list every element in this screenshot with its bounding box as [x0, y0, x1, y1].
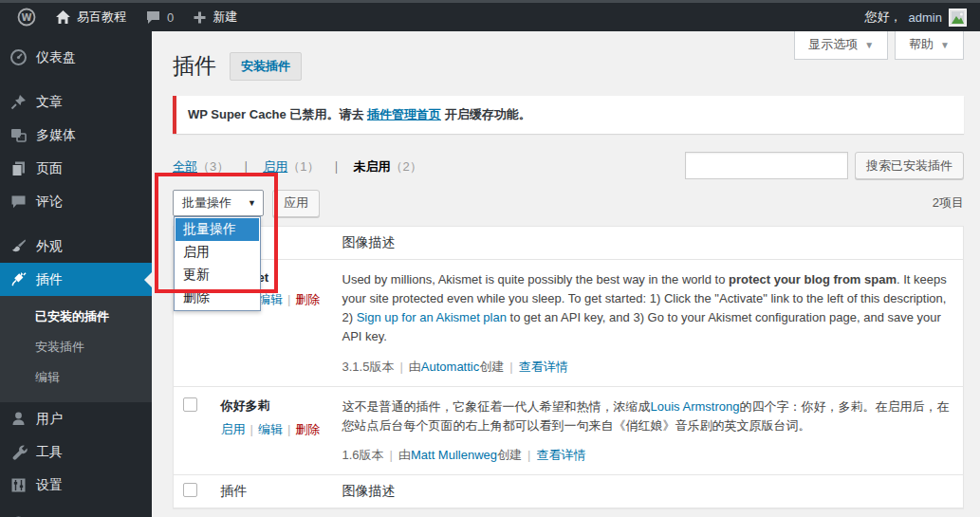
edit-link[interactable]: 编辑 — [258, 422, 283, 436]
svg-text:W: W — [21, 12, 31, 23]
filter-all-link[interactable]: 全部 — [173, 159, 197, 174]
sidebar-item-media[interactable]: 多媒体 — [0, 119, 152, 152]
new-label: 新建 — [213, 9, 237, 26]
filter-all-count: （3） — [197, 159, 229, 174]
table-header-row: 插件 图像描述 — [174, 227, 964, 260]
sidebar-item-users[interactable]: 用户 — [0, 402, 152, 435]
select-all-checkbox[interactable] — [183, 483, 197, 497]
add-new-plugin-button[interactable]: 安装插件 — [230, 52, 302, 81]
collapse-menu-button[interactable]: 收起菜单 — [0, 508, 152, 517]
media-icon — [9, 126, 28, 144]
plugin-admin-home-link[interactable]: 插件管理首页 — [367, 107, 441, 121]
search-plugins-button[interactable]: 搜索已安装插件 — [855, 152, 964, 179]
notice-text: WP Super Cache 已禁用。请去 — [188, 107, 367, 121]
submenu-install-plugin[interactable]: 安装插件 — [0, 332, 152, 362]
select-arrow-icon: ▼ — [248, 198, 256, 208]
author-link[interactable]: Matt Mullenweg — [411, 448, 497, 462]
main-content: 显示选项 ▼ 帮助 ▼ 插件 安装插件 WP Super Cache 已禁用。请… — [152, 31, 980, 517]
column-footer-description: 图像描述 — [333, 474, 964, 508]
admin-bar-left: W 易百教程 0 新建 — [9, 3, 245, 31]
site-name: 易百教程 — [77, 9, 126, 26]
bulk-action-select-wrap: 批量操作 ▼ 批量操作 启用 更新 删除 — [173, 190, 264, 216]
column-footer-plugin: 插件 — [212, 474, 333, 508]
tablenav-top: 批量操作 ▼ 批量操作 启用 更新 删除 应用 2项目 — [173, 189, 964, 217]
sidebar-item-tools[interactable]: 工具 — [0, 435, 152, 469]
sidebar-item-label: 插件 — [36, 271, 63, 288]
sidebar-item-settings[interactable]: 设置 — [0, 469, 152, 502]
filter-active-link[interactable]: 启用 — [263, 159, 287, 174]
page-title: 插件 — [173, 52, 216, 81]
sidebar-item-label: 外观 — [36, 238, 63, 255]
comments-icon — [145, 9, 161, 25]
home-icon — [55, 9, 71, 25]
site-home-link[interactable]: 易百教程 — [47, 3, 134, 31]
submenu-installed-plugins[interactable]: 已安装的插件 — [0, 302, 152, 332]
submenu-editor[interactable]: 编辑 — [0, 362, 152, 393]
plus-icon — [193, 10, 207, 25]
plugin-meta: 1.6版本|由Matt Mullenweg创建|查看详情 — [342, 447, 954, 464]
apply-button[interactable]: 应用 — [272, 190, 320, 217]
comment-count: 0 — [167, 10, 174, 25]
sidebar-item-plugins[interactable]: 插件 — [0, 263, 152, 296]
sidebar-item-label: 仪表盘 — [36, 49, 76, 66]
admin-notice: WP Super Cache 已禁用。请去 插件管理首页 开启缓存功能。 — [173, 96, 964, 134]
view-details-link[interactable]: 查看详情 — [536, 448, 585, 462]
author-link[interactable]: Automattic — [421, 360, 479, 374]
comments-link[interactable]: 0 — [138, 3, 181, 31]
sidebar: 仪表盘 文章 多媒体 页面 评论 — [0, 31, 152, 517]
paintbrush-icon — [9, 237, 28, 255]
user-icon — [9, 410, 28, 428]
filter-inactive-count: （2） — [390, 159, 421, 174]
delete-link[interactable]: 删除 — [295, 292, 320, 306]
new-content-link[interactable]: 新建 — [185, 3, 245, 31]
table-row: 你好多莉 启用|编辑|删除 这不是普通的插件，它象征着一代人希望和热情，浓缩成L… — [174, 386, 964, 474]
plugin-meta: 3.1.5版本|由Automattic创建|查看详情 — [342, 359, 954, 376]
current-user-link[interactable]: admin — [909, 10, 942, 25]
sidebar-item-label: 文章 — [36, 94, 63, 111]
dropdown-option-update[interactable]: 更新 — [176, 264, 259, 286]
wrench-icon — [9, 443, 28, 461]
plug-icon — [9, 270, 28, 288]
dropdown-option-bulk[interactable]: 批量操作 — [176, 218, 259, 241]
sidebar-item-dashboard[interactable]: 仪表盘 — [0, 41, 152, 74]
dropdown-option-activate[interactable]: 启用 — [176, 241, 259, 264]
comment-bubble-icon — [9, 193, 28, 211]
dropdown-option-delete[interactable]: 删除 — [176, 286, 259, 309]
pages-icon — [9, 159, 28, 177]
sidebar-item-pages[interactable]: 页面 — [0, 152, 152, 185]
louis-armstrong-link[interactable]: Louis Armstrong — [651, 399, 740, 414]
filter-active-count: （1） — [287, 159, 319, 174]
view-details-link[interactable]: 查看详情 — [519, 360, 568, 374]
admin-bar: W 易百教程 0 新建 您好， admin — [0, 3, 980, 31]
sidebar-item-label: 工具 — [36, 444, 63, 461]
filter-search-row: 全部（3） ｜ 启用（1） ｜ 未启用（2） 搜索已安装插件 — [173, 152, 964, 179]
sidebar-item-label: 设置 — [36, 477, 63, 494]
plugin-name: 你好多莉 — [221, 397, 324, 415]
row-checkbox[interactable] — [183, 397, 197, 412]
edit-link[interactable]: 编辑 — [258, 292, 283, 306]
screen-meta-links: 显示选项 ▼ 帮助 ▼ — [794, 31, 964, 60]
help-button[interactable]: 帮助 ▼ — [895, 31, 964, 60]
wordpress-logo-icon[interactable]: W — [9, 3, 44, 31]
item-count: 2项目 — [933, 194, 964, 212]
pushpin-icon — [9, 93, 28, 111]
sidebar-item-label: 用户 — [36, 411, 63, 428]
menu-separator — [0, 218, 152, 230]
status-filter-links: 全部（3） ｜ 启用（1） ｜ 未启用（2） — [173, 158, 422, 179]
activate-link[interactable]: 启用 — [221, 422, 246, 436]
sidebar-item-appearance[interactable]: 外观 — [0, 230, 152, 263]
plugin-description: Used by millions, Akismet is quite possi… — [342, 270, 954, 347]
bulk-action-selected-value: 批量操作 — [182, 194, 231, 212]
bulk-action-select[interactable]: 批量操作 ▼ — [173, 190, 264, 216]
admin-bar-right: 您好， admin — [865, 9, 971, 27]
sidebar-item-comments[interactable]: 评论 — [0, 185, 152, 218]
sidebar-item-posts[interactable]: 文章 — [0, 85, 152, 119]
delete-link[interactable]: 删除 — [295, 422, 320, 436]
menu-separator — [0, 74, 152, 85]
screen-options-button[interactable]: 显示选项 ▼ — [794, 31, 888, 60]
avatar[interactable] — [949, 9, 967, 27]
filter-inactive-current[interactable]: 未启用 — [353, 159, 390, 174]
row-actions: 启用|编辑|删除 — [221, 421, 324, 438]
search-input[interactable] — [685, 152, 848, 179]
akismet-signup-link[interactable]: Sign up for an Akismet plan — [357, 310, 507, 324]
